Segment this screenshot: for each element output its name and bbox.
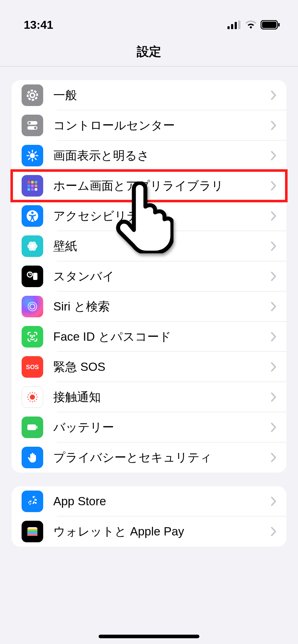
wifi-icon [245,20,257,29]
svg-point-66 [32,392,33,393]
svg-point-39 [31,212,33,214]
battery-icon-status [261,20,280,29]
svg-rect-33 [31,185,34,187]
settings-row-exposure-notif[interactable]: 接触通知 [12,382,286,412]
settings-row-app-store[interactable]: App Store [12,486,286,516]
row-label: App Store [53,494,271,508]
svg-line-22 [35,158,36,160]
hand-icon [22,447,43,468]
svg-point-56 [30,395,35,400]
appstore-icon [22,491,43,512]
svg-point-61 [30,401,31,402]
sun-icon [22,145,43,166]
battery-icon [22,417,43,438]
svg-point-17 [28,122,31,124]
accessibility-icon [22,205,43,227]
row-label: コントロールセンター [53,118,271,134]
chevron-right-icon [271,120,276,130]
apps-grid-icon [22,175,43,197]
settings-group: 一般コントロールセンター画面表示と明るさホーム画面とアプリライブラリアクセシビリ… [12,80,286,473]
svg-point-65 [30,392,31,394]
status-indicators [227,20,280,29]
switches-icon [22,115,43,136]
siri-icon [22,296,43,317]
nav-header: 設定 [0,37,298,66]
chevron-right-icon [271,90,276,100]
svg-rect-29 [28,181,30,184]
settings-row-battery[interactable]: バッテリー [12,412,286,442]
settings-group: App Storeウォレットと Apple Pay [12,486,286,547]
svg-rect-72 [27,529,37,530]
chevron-right-icon [271,362,276,372]
home-indicator [99,635,199,638]
svg-rect-50 [33,273,37,280]
svg-line-28 [35,152,36,153]
svg-rect-69 [27,424,36,430]
svg-point-64 [28,394,29,395]
row-label: 緊急 SOS [53,359,271,375]
row-label: 接触通知 [53,389,271,405]
row-label: Siri と検索 [53,299,271,315]
svg-point-53 [30,335,31,336]
svg-rect-75 [27,534,37,536]
svg-rect-12 [27,95,29,97]
svg-point-59 [34,401,35,402]
svg-point-58 [36,399,37,400]
svg-rect-8 [36,93,38,96]
settings-row-privacy-security[interactable]: プライバシーとセキュリティ [12,442,286,473]
svg-rect-1 [231,24,233,29]
chevron-right-icon [271,181,276,191]
svg-rect-35 [28,188,30,191]
row-label: 画面表示と明るさ [53,148,271,164]
svg-point-7 [30,93,35,97]
svg-rect-10 [32,99,34,101]
settings-row-faceid-passcode[interactable]: Face ID とパスコード [12,322,286,352]
svg-rect-3 [238,20,240,29]
gear-icon [22,84,43,106]
settings-row-general[interactable]: 一般 [12,80,286,110]
row-label: プライバシーとセキュリティ [53,450,271,466]
chevron-right-icon [271,241,276,251]
wallet-icon [22,521,43,542]
faceid-icon [22,326,43,348]
svg-line-24 [28,158,30,160]
flower-icon [22,235,43,257]
svg-point-63 [27,397,28,398]
svg-rect-36 [31,188,34,191]
svg-point-46 [31,244,34,248]
chevron-right-icon [271,452,276,463]
svg-point-51 [28,302,37,311]
svg-rect-0 [227,26,230,29]
chevron-right-icon [271,422,276,432]
chevron-right-icon [271,392,276,402]
chevron-right-icon [271,496,276,506]
svg-rect-30 [31,181,34,184]
settings-row-wallet-pay[interactable]: ウォレットと Apple Pay [12,516,286,547]
standby-icon [22,266,43,287]
svg-text:SOS: SOS [26,364,39,371]
status-time: 13:41 [24,18,53,32]
svg-rect-73 [27,530,37,532]
settings-row-control-center[interactable]: コントロールセンター [12,110,286,141]
settings-list: 一般コントロールセンター画面表示と明るさホーム画面とアプリライブラリアクセシビリ… [0,80,298,547]
page-title: 設定 [137,43,161,60]
svg-rect-34 [35,185,37,187]
chevron-right-icon [271,302,276,312]
svg-rect-70 [36,426,37,429]
svg-rect-2 [235,22,237,29]
svg-rect-31 [35,181,37,184]
settings-row-display-brightness[interactable]: 画面表示と明るさ [12,141,286,171]
svg-point-20 [30,153,35,158]
status-bar: 13:41 [0,0,298,37]
settings-row-emergency-sos[interactable]: SOS緊急 SOS [12,352,286,382]
svg-point-67 [34,392,35,394]
svg-point-19 [34,127,36,129]
svg-point-68 [36,394,37,395]
svg-rect-32 [28,185,30,187]
settings-row-siri[interactable]: Siri と検索 [12,291,286,322]
svg-rect-15 [34,90,37,93]
chevron-right-icon [271,151,276,161]
row-label: バッテリー [53,419,271,436]
row-label: スタンバイ [53,268,271,285]
settings-row-standby[interactable]: スタンバイ [12,261,286,291]
